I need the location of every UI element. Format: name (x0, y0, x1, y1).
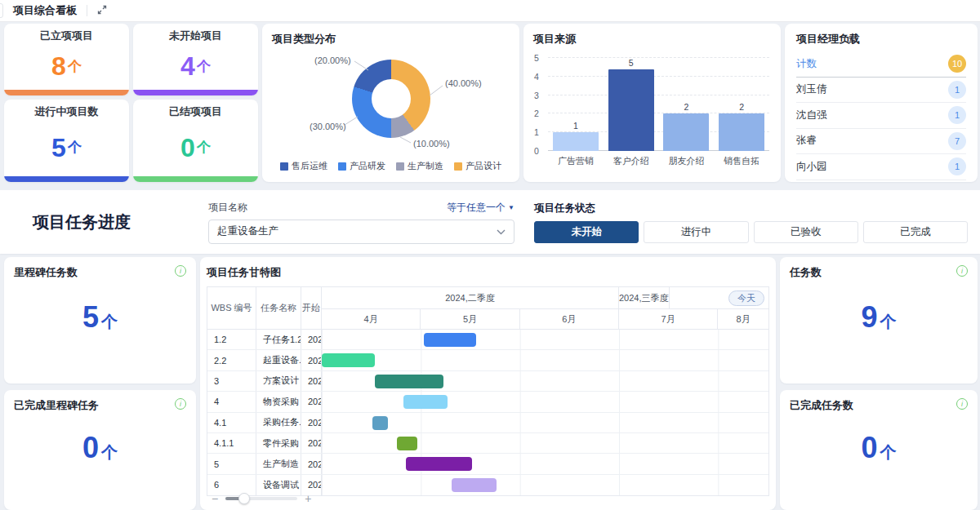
top-bar: 项目综合看板 (0, 0, 980, 22)
status-button-completed[interactable]: 已完成 (863, 221, 968, 243)
info-icon[interactable]: i (175, 398, 186, 410)
gantt-task-row[interactable]: 3方案设计2024 (207, 371, 768, 392)
legend-item[interactable]: 售后运维 (280, 160, 327, 172)
legend-item[interactable]: 生产制造 (396, 160, 443, 172)
task-timeline (322, 371, 768, 391)
gantt-task-row[interactable]: 4物资采购2024 (207, 392, 768, 412)
legend-label: 产品设计 (466, 160, 501, 172)
bar-categories: 广告营销客户介绍朋友介绍销售自拓 (548, 155, 769, 167)
project-name-select[interactable]: 起重设备生产 (208, 220, 514, 244)
manager-count-row[interactable]: 计数 10 (796, 51, 966, 78)
manager-list: 计数 10 刘玉倩 1 沈自强 1 张睿 7 向小园 1 (796, 51, 966, 180)
task-name-cell: 方案设计 (256, 371, 301, 391)
task-start-cell: 2024 (301, 371, 322, 391)
task-timeline (322, 330, 768, 349)
info-icon[interactable]: i (956, 265, 968, 277)
gantt-task-row[interactable]: 2.2起重设备...2024 (207, 350, 768, 370)
task-progress-filter-bar: 项目任务进度 项目名称 等于任意一个 ▼ 起重设备生产 项目任务状态 未开始 进… (0, 190, 980, 254)
slice-label: (10.00%) (413, 139, 450, 149)
gantt-bar[interactable] (406, 457, 472, 471)
month-row: 4月5月6月7月8月 (322, 309, 768, 329)
task-wbs-cell: 4.1 (207, 413, 256, 432)
bar-column: 2 (659, 58, 715, 151)
bar[interactable] (719, 113, 764, 151)
stat-value: 0 个 (180, 119, 211, 182)
stat-label: 未开始项目 (169, 29, 222, 43)
bar[interactable] (663, 113, 709, 151)
select-value: 起重设备生产 (217, 224, 278, 238)
task-name-cell: 采购任务... (256, 413, 301, 432)
task-name-cell: 起重设备... (256, 350, 301, 370)
bar-value-label: 2 (684, 102, 688, 112)
clipped-nav-button[interactable] (0, 3, 3, 18)
manager-row[interactable]: 张睿 7 (796, 129, 966, 155)
status-button-accepted[interactable]: 已验收 (754, 221, 858, 243)
manager-row[interactable]: 刘玉倩 1 (796, 78, 966, 104)
info-icon[interactable]: i (175, 265, 186, 277)
gantt-bar[interactable] (403, 395, 448, 409)
gantt-timeline-header: 2024,二季度2024,三季度今天 4月5月6月7月8月 (322, 287, 768, 329)
gantt-task-row[interactable]: 4.1采购任务...2024 (207, 413, 768, 433)
count-badge: 10 (948, 55, 966, 73)
task-name-cell: 生产制造 (256, 454, 301, 473)
chart-legend: 售后运维 产品研发 生产制造 产品设计 (262, 160, 519, 172)
column-header-wbs: WBS 编号 (207, 287, 256, 329)
count-badge: 1 (948, 157, 966, 175)
task-timeline (322, 413, 768, 432)
stat-value: 9 个 (861, 303, 896, 333)
task-start-cell: 2024 (301, 392, 322, 411)
bar-column: 1 (548, 58, 604, 151)
gantt-task-row[interactable]: 4.1.1零件采购2024 (207, 433, 768, 454)
task-timeline (322, 433, 768, 453)
project-stat-grid: 已立项项目 8 个 未开始项目 4 个 进行中项目数 5 个 已结项项目 (4, 24, 258, 182)
chart-title: 项目类型分布 (272, 32, 510, 47)
operator-dropdown[interactable]: 等于任意一个 ▼ (447, 201, 514, 215)
month-header: 7月 (619, 309, 718, 329)
stat-card-not-started: 未开始项目 4 个 (133, 24, 258, 95)
slider-track[interactable] (225, 497, 297, 500)
gantt-task-row[interactable]: 1.2子任务1.22024 (207, 330, 768, 350)
legend-item[interactable]: 产品设计 (454, 160, 501, 172)
today-button[interactable]: 今天 (728, 290, 764, 306)
manager-name: 沈自强 (796, 109, 827, 122)
manager-load-card: 项目经理负载 计数 10 刘玉倩 1 沈自强 1 张睿 7 向小园 1 (785, 24, 978, 182)
slice-label: (40.00%) (445, 78, 482, 88)
bar[interactable] (608, 69, 654, 151)
project-name-filter: 项目名称 等于任意一个 ▼ 起重设备生产 (208, 201, 514, 244)
donut-chart[interactable] (352, 60, 430, 138)
bar-chart[interactable]: 0123451522广告营销客户介绍朋友介绍销售自拓 (548, 58, 769, 151)
gantt-bar[interactable] (397, 437, 417, 450)
count-badge: 1 (948, 106, 966, 124)
legend-swatch (280, 162, 288, 171)
stat-value: 0 个 (82, 432, 118, 463)
gantt-task-row[interactable]: 5生产制造2024 (207, 454, 768, 474)
fullscreen-button[interactable] (97, 3, 107, 18)
status-button-not-started[interactable]: 未开始 (534, 221, 639, 243)
month-header: 8月 (718, 309, 768, 329)
zoom-in-icon[interactable]: + (305, 492, 311, 505)
manager-row[interactable]: 向小园 1 (796, 154, 966, 180)
legend-item[interactable]: 产品研发 (338, 160, 385, 172)
gantt-bar[interactable] (322, 353, 375, 367)
gantt-bar[interactable] (372, 416, 389, 430)
gantt-bar[interactable] (375, 375, 444, 388)
count-badge: 1 (948, 81, 966, 99)
zoom-out-icon[interactable]: − (212, 492, 218, 505)
stat-unit: 个 (197, 57, 211, 76)
gantt-bar[interactable] (452, 478, 497, 492)
milestone-count-card: 里程碑任务数 i 5 个 (4, 257, 196, 384)
caret-down-icon: ▼ (508, 204, 514, 211)
completed-task-card: 已完成任务数 i 0 个 (780, 390, 978, 510)
stat-value: 0 个 (861, 432, 896, 463)
project-type-chart-card: 项目类型分布 (20.00%) (40.00%) (30.00%) (10.00… (262, 24, 519, 182)
bar[interactable] (553, 132, 599, 151)
manager-name[interactable]: 计数 (796, 57, 817, 71)
status-button-in-progress[interactable]: 进行中 (644, 221, 748, 243)
info-icon[interactable]: i (956, 398, 968, 410)
gantt-bar[interactable] (424, 333, 476, 347)
field-label: 项目任务状态 (534, 202, 968, 215)
slider-handle[interactable] (238, 493, 250, 504)
chart-title: 项目任务甘特图 (207, 265, 769, 280)
manager-row[interactable]: 沈自强 1 (796, 103, 966, 129)
task-wbs-cell: 2.2 (207, 350, 256, 370)
